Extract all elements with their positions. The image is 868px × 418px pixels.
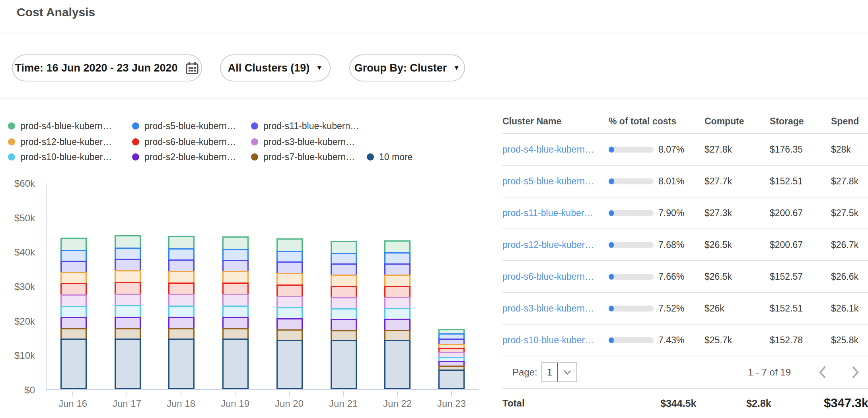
bar-segment[interactable]: [276, 238, 303, 252]
bar-segment[interactable]: [60, 339, 87, 389]
bar-segment[interactable]: [168, 339, 195, 389]
stacked-bar-jun-23[interactable]: [438, 329, 465, 389]
stacked-bar-jun-22[interactable]: [384, 240, 411, 389]
cluster-name-link[interactable]: prod-s4-blue-kubern…: [502, 144, 594, 155]
bar-segment[interactable]: [168, 328, 195, 340]
bar-segment[interactable]: [331, 253, 357, 265]
bar-segment[interactable]: [60, 328, 87, 340]
legend-item[interactable]: prod-s11-blue-kubern…: [251, 120, 359, 132]
bar-segment[interactable]: [331, 263, 357, 276]
bar-segment[interactable]: [222, 306, 249, 318]
legend-item[interactable]: prod-s3-blue-kubern…: [251, 136, 355, 147]
bar-segment[interactable]: [331, 340, 357, 389]
bar-segment[interactable]: [384, 252, 411, 265]
bar-segment[interactable]: [331, 319, 357, 331]
bar-segment[interactable]: [115, 305, 141, 318]
cluster-name-link[interactable]: prod-s3-blue-kubern…: [502, 303, 594, 314]
bar-segment[interactable]: [168, 283, 195, 295]
group-by-dropdown[interactable]: Group By: Cluster ▼: [349, 54, 465, 81]
bar-segment[interactable]: [331, 275, 357, 287]
bar-segment[interactable]: [331, 286, 357, 298]
cluster-name-link[interactable]: prod-s5-blue-kubern…: [502, 176, 594, 186]
bar-segment[interactable]: [115, 270, 141, 283]
bar-segment[interactable]: [168, 306, 195, 318]
bar-segment[interactable]: [384, 240, 411, 254]
previous-page-button[interactable]: [818, 365, 827, 379]
bar-segment[interactable]: [222, 236, 249, 250]
bar-segment[interactable]: [384, 286, 411, 298]
bar-segment[interactable]: [222, 328, 249, 340]
bar-segment[interactable]: [222, 260, 249, 272]
bar-segment[interactable]: [222, 317, 249, 329]
bar-segment[interactable]: [276, 284, 303, 297]
cluster-name-link[interactable]: prod-s10-blue-kuber…: [502, 335, 594, 345]
time-range-filter[interactable]: Time: 16 Jun 2020 - 23 Jun 2020: [12, 54, 202, 81]
bar-segment[interactable]: [115, 317, 141, 329]
bar-segment[interactable]: [384, 275, 411, 287]
bar-segment[interactable]: [60, 261, 87, 273]
bar-segment[interactable]: [222, 271, 249, 284]
bar-segment[interactable]: [276, 340, 303, 389]
clusters-filter-dropdown[interactable]: All Clusters (19) ▼: [220, 54, 331, 81]
bar-segment[interactable]: [384, 263, 411, 276]
legend-item[interactable]: prod-s12-blue-kuber…: [8, 136, 112, 147]
legend-item[interactable]: prod-s5-blue-kubern…: [132, 120, 236, 132]
bar-segment[interactable]: [384, 330, 411, 341]
bar-segment[interactable]: [60, 317, 87, 329]
bar-segment[interactable]: [168, 294, 195, 307]
stacked-bar-jun-21[interactable]: [331, 241, 357, 389]
bar-segment[interactable]: [115, 235, 141, 249]
bar-segment[interactable]: [384, 340, 411, 389]
stacked-bar-jun-16[interactable]: [60, 238, 87, 389]
bar-segment[interactable]: [222, 339, 249, 389]
bar-segment[interactable]: [60, 238, 87, 251]
cluster-name-link[interactable]: prod-s12-blue-kuber…: [502, 240, 594, 250]
bar-segment[interactable]: [222, 294, 249, 307]
legend-item[interactable]: prod-s7-blue-kubern…: [251, 151, 355, 163]
bar-segment[interactable]: [222, 249, 249, 261]
legend-item[interactable]: 10 more: [367, 151, 413, 163]
bar-segment[interactable]: [276, 307, 303, 319]
bar-segment[interactable]: [168, 236, 195, 250]
bar-segment[interactable]: [60, 250, 87, 262]
stacked-bar-jun-18[interactable]: [168, 236, 195, 389]
bar-segment[interactable]: [276, 318, 303, 331]
bar-segment[interactable]: [168, 317, 195, 329]
stacked-bar-jun-19[interactable]: [222, 236, 249, 389]
bar-segment[interactable]: [384, 308, 411, 320]
bar-segment[interactable]: [168, 271, 195, 284]
stacked-bar-jun-17[interactable]: [115, 235, 141, 389]
bar-segment[interactable]: [115, 339, 141, 389]
bar-segment[interactable]: [60, 306, 87, 318]
bar-segment[interactable]: [276, 251, 303, 263]
bar-segment[interactable]: [115, 282, 141, 295]
bar-segment[interactable]: [115, 328, 141, 340]
cluster-name-link[interactable]: prod-s6-blue-kubern…: [502, 271, 594, 282]
stacked-bar-jun-20[interactable]: [276, 238, 303, 389]
bar-segment[interactable]: [60, 283, 87, 296]
legend-item[interactable]: prod-s2-blue-kubern…: [132, 151, 236, 163]
bar-segment[interactable]: [276, 329, 303, 341]
bar-segment[interactable]: [384, 297, 411, 309]
bar-segment[interactable]: [222, 283, 249, 295]
legend-item[interactable]: prod-s6-blue-kubern…: [132, 136, 236, 147]
bar-segment[interactable]: [438, 370, 465, 389]
bar-segment[interactable]: [115, 259, 141, 271]
bar-segment[interactable]: [331, 308, 357, 320]
next-page-button[interactable]: [850, 365, 860, 379]
bar-segment[interactable]: [168, 259, 195, 272]
bar-segment[interactable]: [115, 248, 141, 260]
cluster-name-link[interactable]: prod-s11-blue-kuber…: [502, 208, 593, 218]
bar-segment[interactable]: [276, 261, 303, 274]
bar-segment[interactable]: [331, 297, 357, 310]
bar-segment[interactable]: [60, 272, 87, 284]
bar-segment[interactable]: [168, 248, 195, 261]
bar-segment[interactable]: [115, 294, 141, 306]
bar-segment[interactable]: [60, 294, 87, 307]
bar-segment[interactable]: [384, 319, 411, 331]
bar-segment[interactable]: [276, 296, 303, 308]
bar-segment[interactable]: [331, 330, 357, 341]
page-select[interactable]: 1: [541, 362, 577, 382]
legend-item[interactable]: prod-s4-blue-kubern…: [8, 120, 112, 132]
bar-segment[interactable]: [276, 273, 303, 286]
